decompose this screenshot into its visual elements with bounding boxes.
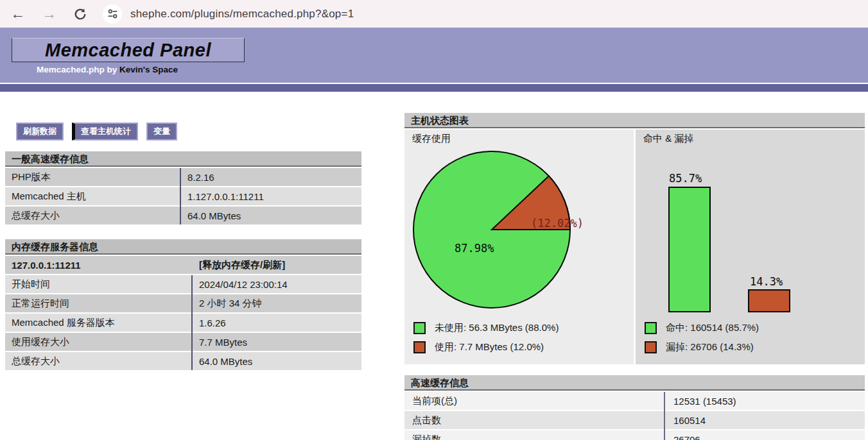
table-row: 开始时间 2024/04/12 23:00:14 — [5, 275, 361, 293]
row-label: Memcached 服务器版本 — [5, 317, 191, 329]
refresh-data-button[interactable]: 刷新数据 — [16, 123, 64, 140]
table-row: Memcached 主机 1.127.0.0.1:11211 — [5, 187, 361, 205]
charts-grid: 缓存使用 87.98% (12.02%) 未使用: 56.3 MBytes (8… — [404, 130, 865, 364]
legend-item: 使用: 7.7 MBytes (12.0%) — [413, 337, 634, 357]
view-host-stats-button[interactable]: 查看主机统计 — [72, 123, 138, 140]
flush-refresh-link[interactable]: [释放内存缓存/刷新] — [191, 259, 361, 271]
site-subtitle: Memcached.php by Kevin's Space — [37, 65, 178, 74]
table-title: 一般高速缓存信息 — [5, 151, 361, 167]
server-host: 127.0.0.1:11211 — [5, 260, 191, 271]
row-label: 使用缓存大小 — [5, 336, 191, 348]
chart-subtitle: 命中 & 漏掉 — [636, 130, 865, 146]
table-row: 使用缓存大小 7.7 MBytes — [5, 333, 361, 351]
legend-item: 未使用: 56.3 MBytes (88.0%) — [413, 318, 634, 337]
row-label: Memcached 主机 — [5, 190, 180, 203]
row-label: 总缓存大小 — [5, 210, 180, 222]
row-value: 12531 (15453) — [664, 396, 865, 407]
table-row: PHP版本 8.2.16 — [5, 168, 361, 186]
orange-swatch-icon — [413, 341, 426, 353]
host-status-charts-panel: 主机状态图表 缓存使用 87.98% (12.02%) 未使用: 56.3 — [404, 113, 865, 364]
action-buttons: 刷新数据 查看主机统计 变量 — [16, 123, 177, 140]
column-divider — [191, 275, 193, 370]
table-row: 正常运行时间 2 小时 34 分钟 — [5, 294, 361, 312]
hits-misses-chart-cell: 命中 & 漏掉 85.7% 14.3% 命中: 160514 (85.7%) — [636, 130, 865, 364]
row-label: 开始时间 — [5, 278, 191, 291]
site-header: Memcached Panel Memcached.php by Kevin's… — [0, 28, 868, 83]
variables-button[interactable]: 变量 — [146, 123, 177, 140]
header-divider-strip — [0, 83, 868, 92]
bar-legend: 命中: 160514 (85.7%) 漏掉: 26706 (14.3%) — [636, 318, 865, 357]
legend-label: 命中: 160514 (85.7%) — [666, 322, 759, 334]
general-cache-info-table: 一般高速缓存信息 PHP版本 8.2.16 Memcached 主机 1.127… — [5, 151, 361, 224]
table-row: 点击数 160514 — [404, 411, 865, 429]
table-row: 127.0.0.1:11211 [释放内存缓存/刷新] — [5, 256, 361, 274]
hits-misses-bar-chart: 85.7% 14.3% — [636, 146, 865, 318]
subtitle-prefix: Memcached.php by — [37, 65, 119, 74]
row-value: 64.0 MBytes — [191, 356, 361, 367]
back-arrow-icon[interactable]: ← — [10, 6, 25, 21]
row-label: PHP版本 — [5, 171, 180, 183]
table-title: 高速缓存信息 — [404, 375, 865, 391]
url-bar[interactable]: shephe.com/plugins/memcached.php?&op=1 — [130, 8, 354, 21]
row-value: 1.127.0.0.1:11211 — [180, 191, 361, 202]
table-row: 总缓存大小 64.0 MBytes — [5, 352, 361, 370]
green-swatch-icon — [413, 322, 426, 334]
row-value: 7.7 MBytes — [191, 337, 361, 348]
row-label: 正常运行时间 — [5, 298, 191, 310]
column-divider — [664, 392, 665, 440]
forward-arrow-icon[interactable]: → — [42, 6, 56, 21]
reload-icon[interactable] — [73, 7, 87, 21]
pie-minor-label: (12.02%) — [531, 217, 584, 230]
browser-toolbar: ← → shephe.com/plugins/memcached.php?&op… — [0, 0, 868, 28]
row-value: 64.0 MBytes — [180, 210, 361, 221]
author-link[interactable]: Kevin's Space — [119, 65, 178, 74]
server-info-table: 内存缓存服务器信息 127.0.0.1:11211 [释放内存缓存/刷新] 开始… — [5, 239, 361, 370]
site-settings-icon[interactable] — [103, 4, 122, 24]
main-content: 刷新数据 查看主机统计 变量 一般高速缓存信息 PHP版本 8.2.16 Mem… — [0, 92, 868, 440]
row-value: 26706 — [664, 434, 865, 440]
table-title: 内存缓存服务器信息 — [5, 239, 361, 255]
row-value: 160514 — [664, 415, 865, 426]
table-row: 漏掉数 26706 — [404, 430, 865, 440]
legend-label: 漏掉: 26706 (14.3%) — [666, 341, 754, 353]
cache-info-table: 高速缓存信息 当前项(总) 12531 (15453) 点击数 160514 漏… — [404, 375, 865, 440]
bar-hits-label: 85.7% — [669, 172, 702, 185]
table-row: 总缓存大小 64.0 MBytes — [5, 207, 361, 224]
legend-item: 漏掉: 26706 (14.3%) — [645, 337, 865, 357]
row-value: 2024/04/12 23:00:14 — [191, 279, 361, 290]
legend-label: 使用: 7.7 MBytes (12.0%) — [435, 341, 544, 353]
legend-label: 未使用: 56.3 MBytes (88.0%) — [435, 322, 559, 334]
page-title: Memcached Panel — [45, 40, 211, 61]
bar-misses-label: 14.3% — [750, 275, 783, 288]
table-row: 当前项(总) 12531 (15453) — [404, 392, 865, 410]
table-row: Memcached 服务器版本 1.6.26 — [5, 314, 361, 332]
green-swatch-icon — [645, 322, 657, 334]
row-value: 1.6.26 — [191, 317, 361, 328]
cache-usage-chart-cell: 缓存使用 87.98% (12.02%) 未使用: 56.3 MBytes (8… — [404, 130, 634, 364]
row-value: 8.2.16 — [180, 172, 361, 183]
row-label: 漏掉数 — [404, 434, 664, 440]
row-label: 点击数 — [404, 414, 664, 427]
row-value: 2 小时 34 分钟 — [191, 298, 361, 310]
site-title-box: Memcached Panel — [12, 38, 245, 62]
panel-title: 主机状态图表 — [404, 113, 865, 128]
legend-item: 命中: 160514 (85.7%) — [645, 318, 865, 337]
row-label: 总缓存大小 — [5, 355, 191, 368]
orange-swatch-icon — [645, 341, 657, 353]
pie-legend: 未使用: 56.3 MBytes (88.0%) 使用: 7.7 MBytes … — [404, 318, 634, 357]
row-label: 当前项(总) — [404, 395, 664, 407]
column-divider — [180, 168, 181, 224]
chart-subtitle: 缓存使用 — [404, 130, 634, 146]
cache-usage-pie-chart: 87.98% (12.02%) — [404, 146, 634, 318]
pie-major-label: 87.98% — [455, 242, 494, 255]
